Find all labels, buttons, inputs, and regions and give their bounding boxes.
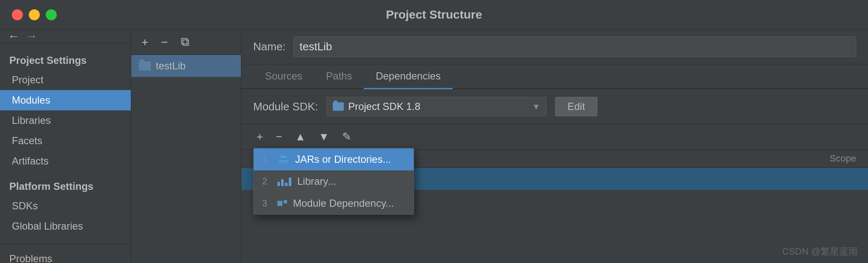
name-label: Name: [253,40,286,53]
copy-module-button[interactable]: ⧉ [178,33,192,51]
sidebar: ← → Project Settings Project Modules Lib… [0,30,131,263]
module-folder-icon [139,61,151,71]
name-row: Name: [241,30,868,64]
module-list-panel: + − ⧉ testLib [131,30,241,263]
tab-dependencies[interactable]: Dependencies [364,64,452,89]
item-num-1: 1 [262,154,271,165]
sdk-select[interactable]: Project SDK 1.8 ▼ [326,97,547,116]
dropdown-item-library[interactable]: 2 Library... [254,170,414,192]
close-button[interactable] [12,9,23,20]
library-icon [277,177,291,186]
sdk-row: Module SDK: Project SDK 1.8 ▼ Edit [241,89,868,124]
module-item-testlib[interactable]: testLib [131,55,241,77]
add-dep-button[interactable]: + [253,129,266,145]
module-list-toolbar: + − ⧉ [131,30,241,55]
scope-header: Scope [793,153,856,164]
edit-sdk-button[interactable]: Edit [555,97,597,116]
tab-paths[interactable]: Paths [314,64,364,89]
sidebar-item-problems[interactable]: Problems [9,250,122,263]
main-layout: ← → Project Settings Project Modules Lib… [0,30,868,263]
dropdown-item-module-dep[interactable]: 3 Module Dependency... [254,192,414,214]
sidebar-nav: ← → [0,30,131,44]
svg-rect-0 [279,157,287,163]
sdk-dropdown-arrow-icon: ▼ [532,102,540,112]
dropdown-menu: 1 JARs or Directories... 2 [253,148,414,215]
sidebar-item-facets[interactable]: Facets [0,131,131,151]
title-bar: Project Structure [0,0,868,30]
window-controls [12,9,57,20]
sdk-label: Module SDK: [253,100,318,113]
dropdown-item-jars[interactable]: 1 JARs or Directories... [254,148,414,170]
sidebar-bottom: Problems [0,244,131,263]
svg-rect-1 [281,156,286,158]
sidebar-item-artifacts[interactable]: Artifacts [0,151,131,171]
jars-icon [277,155,289,164]
dropdown-item-jars-label: JARs or Directories... [295,153,391,165]
dep-toolbar: + − ▲ ▼ ✎ 1 JARs or Directories... [241,124,868,150]
tab-sources[interactable]: Sources [253,64,314,89]
item-num-2: 2 [262,176,271,187]
forward-arrow-icon[interactable]: → [25,30,37,43]
sidebar-item-project[interactable]: Project [0,70,131,90]
dropdown-item-library-label: Library... [297,175,336,187]
add-module-button[interactable]: + [139,34,151,51]
tabs-bar: Sources Paths Dependencies [241,64,868,89]
dropdown-item-module-dep-label: Module Dependency... [293,197,394,209]
project-settings-label: Project Settings [0,51,131,70]
name-input[interactable] [293,36,856,57]
sidebar-item-modules[interactable]: Modules [0,90,131,110]
window-title: Project Structure [386,8,482,22]
platform-settings-label: Platform Settings [0,177,131,196]
item-num-3: 3 [262,198,271,209]
edit-dep-button[interactable]: ✎ [339,129,355,145]
module-item-label: testLib [156,60,186,72]
sidebar-item-global-libraries[interactable]: Global Libraries [0,216,131,236]
maximize-button[interactable] [46,9,57,20]
sidebar-content: Project Settings Project Modules Librari… [0,44,131,244]
watermark: CSDN @繁星蓝雨 [782,245,858,258]
sidebar-item-sdks[interactable]: SDKs [0,196,131,216]
module-dep-icon [277,201,287,206]
main-content: Name: Sources Paths Dependencies Module … [241,30,868,263]
sdk-folder-icon [333,102,344,111]
move-up-dep-button[interactable]: ▲ [291,129,309,145]
move-down-dep-button[interactable]: ▼ [315,129,333,145]
sdk-value: Project SDK 1.8 [348,101,420,112]
back-arrow-icon[interactable]: ← [8,30,19,43]
remove-module-button[interactable]: − [158,34,170,51]
remove-dep-button[interactable]: − [272,129,285,145]
minimize-button[interactable] [29,9,40,20]
sidebar-item-libraries[interactable]: Libraries [0,110,131,131]
